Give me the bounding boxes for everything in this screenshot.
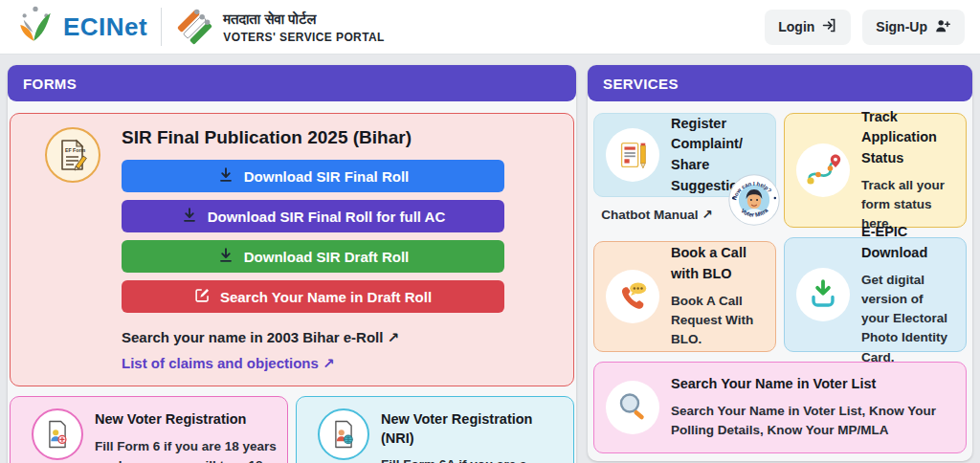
service-card-description: Search Your Name in Voter List, Know You… <box>671 402 954 441</box>
button-label: Download SIR Draft Roll <box>244 249 410 265</box>
new-voter-registration-nri-card[interactable]: New Voter Registration (NRI) Fill Form 6… <box>296 396 574 463</box>
book-call-blo-card[interactable]: Book a Call with BLO Book A Call Request… <box>593 241 776 352</box>
login-icon <box>821 17 837 36</box>
service-card-description: Get digital version of your Electoral Ph… <box>861 271 954 367</box>
track-application-status-card[interactable]: Track Application Status Track all your … <box>784 113 967 228</box>
download-sir-draft-roll-button[interactable]: Download SIR Draft Roll <box>122 240 504 273</box>
link-label: List of claims and objections <box>122 355 319 371</box>
login-button-label: Login <box>778 19 814 34</box>
external-link-icon: ↗ <box>702 208 712 222</box>
signup-button[interactable]: Sign-Up <box>862 10 965 45</box>
service-card-title: E-EPIC Download <box>861 222 954 264</box>
download-icon <box>217 247 234 267</box>
external-link-icon: ↗ <box>388 329 400 345</box>
login-button[interactable]: Login <box>765 10 851 45</box>
download-icon <box>181 207 198 227</box>
external-link-icon: ↗ <box>323 355 335 371</box>
portal-identity: मतदाता सेवा पोर्टल VOTERS' SERVICE PORTA… <box>175 3 385 51</box>
ecinet-brand[interactable]: ECINet <box>15 4 147 50</box>
reg-card-description: Fill Form 6 if you are 18 years or above… <box>95 437 278 463</box>
service-card-title: Book a Call with BLO <box>671 243 764 285</box>
forms-panel: FORMS EF Form SIR Final Publication 2025… <box>8 65 576 463</box>
ecinet-logo-icon <box>15 4 56 50</box>
service-card-description: Book A Call Request With BLO. <box>671 292 764 350</box>
search-icon <box>606 381 659 434</box>
complaint-document-icon <box>606 128 659 182</box>
new-voter-registration-card[interactable]: New Voter Registration Fill Form 6 if yo… <box>10 396 288 463</box>
edit-search-icon <box>194 287 211 306</box>
search-name-draft-roll-button[interactable]: Search Your Name in Draft Roll <box>122 280 504 313</box>
service-card-title: Track Application Status <box>861 107 954 169</box>
voter-mitra-chatbot-badge[interactable]: How can I help? Voter Mitra <box>728 174 780 226</box>
forms-panel-header: FORMS <box>8 65 576 101</box>
nri-registration-icon <box>318 408 369 460</box>
link-label: Search your name in 2003 Bihar e-Roll <box>122 329 383 345</box>
header-divider <box>161 8 162 46</box>
download-icon <box>217 166 234 187</box>
eci-logo-icon <box>175 3 213 51</box>
main-content: FORMS EF Form SIR Final Publication 2025… <box>0 55 980 463</box>
person-add-icon <box>934 17 951 37</box>
button-label: Download SIR Final Roll <box>244 168 410 185</box>
bihar-2003-eroll-link[interactable]: Search your name in 2003 Bihar e-Roll ↗ <box>122 329 399 346</box>
portal-title-english: VOTERS' SERVICE PORTAL <box>223 31 385 44</box>
download-sir-final-roll-full-ac-button[interactable]: Download SIR Final Roll for full AC <box>122 200 504 232</box>
services-panel: SERVICES <box>588 65 972 461</box>
chatbot-manual-label: Chatbot Manual <box>601 208 698 222</box>
brand-name: ECINet <box>63 12 147 42</box>
route-tracking-icon <box>796 143 850 197</box>
sir-card-title: SIR Final Publication 2025 (Bihar) <box>122 127 504 148</box>
download-sir-final-roll-button[interactable]: Download SIR Final Roll <box>122 160 504 192</box>
ef-form-icon-label: EF Form <box>65 147 85 153</box>
button-label: Download SIR Final Roll for full AC <box>208 209 446 225</box>
reg-card-description: Fill Form 6A if you are a <box>381 455 564 463</box>
ef-form-icon: EF Form <box>45 127 100 183</box>
top-bar: ECINet मतदाता सेवा पोर्टल VOTERS' SERVIC… <box>0 0 980 55</box>
reg-card-title: New Voter Registration <box>95 410 278 430</box>
service-card-title: Search Your Name in Voter List <box>671 374 954 395</box>
voter-registration-icon <box>32 408 83 460</box>
search-voter-list-card[interactable]: Search Your Name in Voter List Search Yo… <box>593 362 967 453</box>
sir-final-publication-card: EF Form SIR Final Publication 2025 (Biha… <box>10 113 574 386</box>
epic-download-icon <box>796 268 850 321</box>
button-label: Search Your Name in Draft Roll <box>220 289 432 305</box>
reg-card-title: New Voter Registration (NRI) <box>381 410 564 448</box>
phone-call-icon <box>606 270 659 323</box>
forms-panel-title: FORMS <box>23 76 77 92</box>
claims-objections-link[interactable]: List of claims and objections ↗ <box>122 355 335 372</box>
e-epic-download-card[interactable]: E-EPIC Download Get digital version of y… <box>784 237 967 352</box>
portal-title-hindi: मतदाता सेवा पोर्टल <box>223 11 385 28</box>
services-panel-header: SERVICES <box>588 65 972 101</box>
signup-button-label: Sign-Up <box>876 19 927 34</box>
services-panel-title: SERVICES <box>603 76 679 92</box>
